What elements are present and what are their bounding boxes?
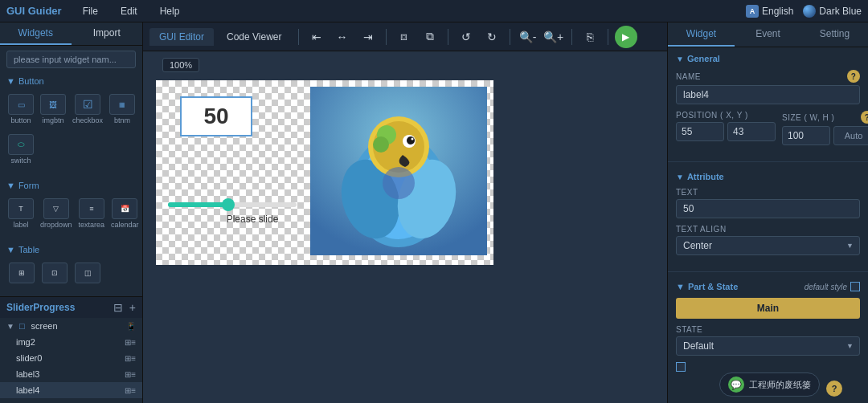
btnm-icon: ▦: [109, 94, 135, 115]
right-tab-setting[interactable]: Setting: [801, 22, 868, 47]
right-tab-widget[interactable]: Widget: [668, 22, 735, 47]
layer-item-img2[interactable]: img2 ⊞≡: [0, 334, 142, 350]
layer-item-label3[interactable]: label3 ⊞≡: [0, 366, 142, 382]
sidebar-search-area: [0, 46, 142, 73]
layer-add-button[interactable]: +: [129, 301, 136, 314]
size-h-auto: Auto: [833, 126, 868, 145]
help-question-badge[interactable]: ?: [826, 381, 842, 397]
text-field-label: TEXT: [676, 188, 860, 197]
right-tab-event[interactable]: Event: [735, 22, 801, 47]
form-section-title: ▼ Form: [6, 181, 136, 190]
widget-switch[interactable]: ⬭ switch: [6, 131, 35, 168]
label4-name: label4: [16, 385, 121, 395]
widget-calendar[interactable]: 📅 calendar: [109, 195, 141, 232]
search-input[interactable]: [6, 51, 136, 68]
state-checkbox[interactable]: [676, 362, 686, 372]
main-part-button[interactable]: Main: [676, 298, 860, 319]
widget-btnm[interactable]: ▦ btnm: [108, 91, 137, 128]
parrot-svg: [310, 87, 487, 255]
undo-button[interactable]: ↺: [455, 26, 477, 48]
form-section: ▼ Form T label ▽ dropdown ≡ textarea 📅: [0, 177, 142, 242]
state-select[interactable]: Default Pressed Disabled Focused: [676, 336, 860, 356]
screen-icon: □: [19, 321, 25, 331]
attribute-section-header: ▼ Attribute: [676, 172, 860, 181]
table-w1[interactable]: ⊞: [6, 259, 36, 287]
distribute-h-button[interactable]: ⧈: [393, 26, 416, 48]
pos-y-input[interactable]: [727, 122, 776, 141]
general-collapse-arrow[interactable]: ▼: [676, 55, 684, 63]
play-button[interactable]: ▶: [615, 26, 637, 48]
slider-track[interactable]: [168, 202, 297, 207]
label3-layer-icon: ⊞≡: [125, 370, 136, 379]
tab-gui-editor[interactable]: GUI Editor: [149, 28, 214, 46]
switch-label: switch: [10, 157, 31, 165]
layer-item-screen[interactable]: ▼ □ screen 📱: [0, 318, 142, 334]
layer-header: SliderProgress ⊟ +: [0, 297, 142, 318]
pos-x-input[interactable]: [676, 122, 724, 141]
zoom-out-button[interactable]: 🔍-: [517, 26, 539, 48]
widget-textarea[interactable]: ≡ textarea: [77, 195, 107, 232]
table-icon1: ⊞: [9, 263, 35, 283]
size-w-input[interactable]: [782, 126, 830, 145]
btnm-label: btnm: [114, 116, 130, 124]
name-input[interactable]: [676, 85, 860, 104]
position-label: POSITION ( X, Y ): [676, 111, 776, 120]
right-panel: Widget Event Setting ▼ General NAME ?: [667, 22, 868, 403]
theme-button[interactable]: Dark Blue: [803, 5, 862, 18]
menu-file[interactable]: File: [78, 4, 103, 18]
text-align-select[interactable]: Left Center Right: [676, 236, 860, 255]
wechat-badge[interactable]: 💬 工程师的废纸篓: [719, 372, 820, 397]
label4-widget[interactable]: 50: [180, 96, 252, 136]
widget-button[interactable]: ▭ button: [6, 91, 35, 128]
wechat-icon: 💬: [728, 377, 744, 393]
img2-widget[interactable]: [310, 87, 487, 255]
part-state-section: ▼ Part & State default style Main STATE …: [668, 275, 868, 381]
dropdown-icon: ▽: [43, 198, 69, 219]
widget-label[interactable]: T label: [6, 195, 35, 232]
tab-code-viewer[interactable]: Code Viewer: [217, 28, 291, 46]
redo-button[interactable]: ↻: [481, 26, 503, 48]
widget-imgbtn[interactable]: 🖼 imgbtn: [39, 91, 68, 128]
zoom-in-button[interactable]: 🔍+: [542, 26, 565, 48]
tab-import[interactable]: Import: [72, 22, 143, 45]
button-icon: ▭: [8, 94, 34, 115]
slider-thumb[interactable]: [222, 198, 235, 211]
toolbar-separator4: [510, 29, 510, 45]
left-sidebar: Widgets Import ▼ Button ▭ button 🖼 imgbt…: [0, 22, 143, 403]
align-center-button[interactable]: ↔: [331, 26, 354, 48]
layer-item-slider0[interactable]: slider0 ⊞≡: [0, 350, 142, 366]
table-collapse-arrow: ▼: [6, 245, 15, 254]
size-help-icon[interactable]: ?: [861, 111, 868, 124]
table-icon3: ◫: [75, 263, 100, 283]
name-field-label: NAME ?: [676, 70, 860, 83]
name-help-icon[interactable]: ?: [847, 70, 860, 83]
widget-dropdown[interactable]: ▽ dropdown: [39, 195, 74, 232]
menu-edit[interactable]: Edit: [116, 4, 142, 18]
text-align-field-row: TEXT ALIGN Left Center Right: [676, 225, 860, 255]
canvas-area[interactable]: 100% 50 Please slide: [143, 51, 667, 403]
layer-collapse-button[interactable]: ⊟: [113, 301, 123, 314]
align-left-button[interactable]: ⇤: [305, 26, 328, 48]
attribute-collapse-arrow[interactable]: ▼: [676, 173, 684, 181]
part-state-collapse-arrow[interactable]: ▼: [676, 282, 685, 291]
menu-help[interactable]: Help: [155, 4, 185, 18]
text-input[interactable]: [676, 199, 860, 218]
checkbox-icon: ☑: [75, 94, 100, 115]
screen-layer-icon: 📱: [126, 322, 136, 331]
table-w3[interactable]: ◫: [73, 259, 103, 287]
widget-checkbox[interactable]: ☑ checkbox: [71, 91, 104, 128]
export-button[interactable]: ⎘: [579, 26, 601, 48]
screen-name: screen: [31, 321, 123, 331]
table-section-title: ▼ Table: [6, 245, 136, 254]
toolbar-separator: [298, 29, 299, 45]
default-style-checkbox[interactable]: [850, 282, 860, 291]
svg-point-11: [373, 136, 389, 153]
align-right-button[interactable]: ⇥: [357, 26, 379, 48]
table-w2[interactable]: ⊡: [39, 259, 69, 287]
tab-widgets[interactable]: Widgets: [0, 22, 72, 45]
size-label: SIZE ( W, H ) ?: [782, 111, 868, 124]
layer-item-label4[interactable]: label4 ⊞≡: [0, 382, 142, 398]
language-button[interactable]: A English: [746, 5, 793, 18]
distribute-v-button[interactable]: ⧉: [419, 26, 441, 48]
layer-actions: ⊟ +: [113, 301, 136, 314]
